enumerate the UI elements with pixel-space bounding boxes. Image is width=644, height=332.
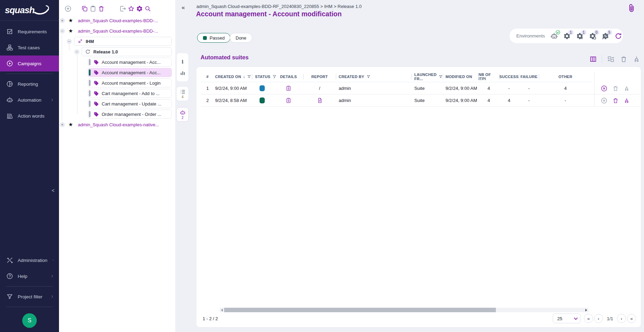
scrollbar-track[interactable]: [224, 308, 584, 312]
configure-columns-icon[interactable]: [589, 55, 597, 63]
project-label[interactable]: admin_Squash Cloud-examples-BDD-...: [78, 18, 158, 23]
settings-icon[interactable]: [135, 5, 144, 13]
sort-desc-icon[interactable]: ↓: [243, 74, 245, 79]
tab-information[interactable]: i: [181, 59, 184, 65]
prev-page-button[interactable]: ‹: [594, 314, 603, 323]
tab-automated-suites[interactable]: 2: [180, 110, 186, 120]
test-suite-node[interactable]: Account management - Login: [88, 78, 172, 87]
sidebar-item-test-cases[interactable]: Test cases: [0, 40, 59, 56]
tree-project-row[interactable]: + ★ admin_Squash Cloud-examples-BDD-...: [59, 15, 175, 26]
tree-project-row[interactable]: − ★ admin_Squash Cloud-examples-BDD-...: [59, 26, 175, 36]
column-header-launched-from[interactable]: LAUNCHED FR...: [412, 71, 443, 82]
expand-toggle[interactable]: +: [60, 122, 65, 127]
tree-project-row[interactable]: + ★ admin_Squash Cloud-examples-native..…: [59, 119, 175, 130]
column-header-failure[interactable]: FAILURE: [519, 71, 539, 82]
next-page-button[interactable]: ›: [617, 314, 626, 323]
test-suite-node[interactable]: Order management - Order ...: [88, 110, 172, 119]
first-page-button[interactable]: «: [584, 314, 593, 323]
project-label[interactable]: admin_Squash Cloud-examples-BDD-...: [78, 28, 158, 34]
clean-suite-icon[interactable]: [624, 97, 630, 104]
expand-toggle[interactable]: +: [60, 18, 65, 23]
environments-gear-running-icon[interactable]: 0: [589, 32, 596, 40]
iteration-node[interactable]: Release 1.0: [82, 47, 172, 56]
environments-gear-icon[interactable]: 1: [563, 32, 571, 40]
environments-robot-icon[interactable]: [550, 32, 558, 40]
details-clipboard-icon[interactable]: [286, 97, 291, 103]
last-page-button[interactable]: »: [627, 314, 636, 323]
user-avatar[interactable]: S: [22, 313, 37, 328]
column-header-created-on[interactable]: CREATED ON ↓: [214, 71, 252, 82]
scrollbar-thumb[interactable]: [224, 308, 496, 312]
page-size-select[interactable]: 25: [553, 314, 581, 323]
collapse-toggle[interactable]: −: [60, 28, 65, 34]
filter-icon[interactable]: [366, 75, 371, 79]
environments-refresh-icon[interactable]: [615, 32, 622, 40]
favorite-icon[interactable]: [127, 5, 135, 13]
environments-gear-sync-icon[interactable]: 1: [576, 32, 584, 40]
sidebar-collapse-button[interactable]: <: [49, 186, 57, 194]
tab-executions[interactable]: 4: [180, 89, 186, 99]
paste-icon[interactable]: [89, 5, 97, 13]
tab-statistics[interactable]: [180, 70, 186, 76]
sidebar-item-requirements[interactable]: Requirements: [0, 24, 59, 40]
delete-suite-icon[interactable]: [612, 97, 619, 104]
column-header-nb-of-itpi[interactable]: NB OF ITPI: [478, 71, 499, 82]
stop-execution-icon[interactable]: [601, 85, 608, 92]
clean-suites-icon[interactable]: [632, 55, 641, 63]
attachments-paperclip-icon[interactable]: [627, 2, 636, 15]
sidebar-item-automation[interactable]: Automation: [0, 92, 59, 108]
report-cell[interactable]: [303, 94, 336, 106]
horizontal-scrollbar[interactable]: [220, 308, 588, 312]
app-logo[interactable]: squash: [0, 0, 59, 21]
column-header-created-by[interactable]: CREATED BY: [336, 71, 412, 82]
collapse-panel-button[interactable]: «: [179, 3, 187, 12]
details-cell[interactable]: [274, 94, 303, 106]
export-icon[interactable]: [119, 5, 127, 13]
add-button[interactable]: [64, 5, 72, 13]
delete-icon[interactable]: [97, 5, 105, 13]
project-label[interactable]: admin_Squash Cloud-examples-native...: [78, 122, 159, 127]
column-header-status[interactable]: STATUS: [252, 71, 274, 82]
column-header-number[interactable]: #: [201, 71, 214, 82]
details-cell[interactable]: [274, 82, 303, 94]
test-suite-node[interactable]: Account management - Acc...: [88, 58, 172, 67]
test-suite-node-selected[interactable]: Account management - Acc...: [88, 68, 172, 77]
test-suite-node[interactable]: Cart management - Update ...: [88, 99, 172, 108]
stop-execution-icon[interactable]: [601, 97, 608, 104]
column-header-success[interactable]: SUCCESS: [499, 71, 519, 82]
campaign-label: IHM: [86, 39, 94, 44]
table-row[interactable]: 2 9/2/24, 8:58 AM admin Suite 9/2/24, 9:…: [201, 94, 640, 107]
delete-suite-icon[interactable]: [612, 85, 619, 92]
filter-icon[interactable]: [247, 75, 251, 79]
sidebar-item-help[interactable]: Help: [0, 268, 59, 284]
scroll-right-arrow[interactable]: [584, 308, 588, 312]
report-document-icon[interactable]: [317, 97, 323, 103]
environments-gear-off-icon[interactable]: 5: [602, 32, 609, 40]
collapse-toggle[interactable]: −: [67, 39, 72, 44]
info-icon: i: [181, 59, 184, 65]
column-header-modified-on[interactable]: MODIFIED ON: [443, 71, 478, 82]
column-header-report[interactable]: REPORT: [303, 71, 336, 82]
column-header-other[interactable]: OTHER: [539, 71, 592, 82]
collapse-toggle[interactable]: −: [74, 49, 79, 54]
campaign-node[interactable]: IHM: [74, 37, 172, 46]
table-row[interactable]: 1 9/2/24, 9:00 AM / admin Suite 9/2/24, …: [201, 82, 640, 94]
execution-status-button[interactable]: Passed: [197, 33, 230, 43]
clean-suite-icon[interactable]: [624, 85, 630, 92]
done-status-button[interactable]: Done: [230, 33, 252, 43]
sidebar-item-administration[interactable]: Administration: [0, 252, 59, 268]
sidebar-item-campaigns[interactable]: Campaigns: [0, 56, 59, 71]
sidebar-item-action-words[interactable]: Action words: [0, 108, 59, 124]
copy-icon[interactable]: [80, 5, 89, 13]
column-header-details[interactable]: DETAILS: [274, 71, 303, 82]
sidebar-item-project-filter[interactable]: Project filter: [0, 289, 59, 305]
details-clipboard-icon[interactable]: [286, 85, 291, 91]
test-suite-node[interactable]: Cart management - Add to ...: [88, 89, 172, 98]
search-icon[interactable]: [144, 5, 152, 13]
filter-icon[interactable]: [439, 75, 443, 79]
breadcrumb[interactable]: admin_Squash Cloud-examples-BDD-RF_20240…: [196, 4, 362, 9]
scroll-left-arrow[interactable]: [220, 308, 224, 312]
sidebar-item-reporting[interactable]: Reporting: [0, 76, 59, 92]
delete-suites-icon[interactable]: [619, 55, 628, 63]
transfer-icon[interactable]: [607, 55, 615, 63]
